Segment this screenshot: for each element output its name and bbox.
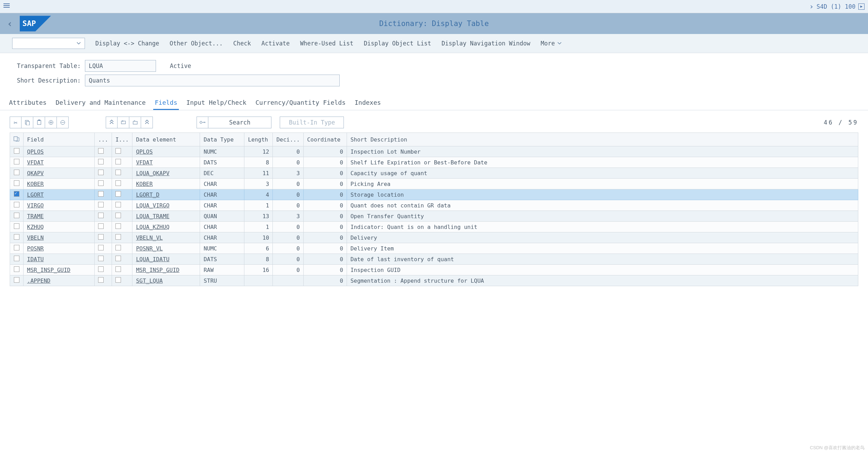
- field-link[interactable]: QKAPV: [27, 170, 44, 177]
- init-checkbox[interactable]: [115, 213, 121, 218]
- builtin-type-button[interactable]: Built-In Type: [280, 117, 344, 128]
- toolbar-activate[interactable]: Activate: [261, 40, 290, 47]
- row-checkbox[interactable]: [14, 256, 19, 261]
- col-selector-header[interactable]: [10, 133, 24, 146]
- toolbar-display-change[interactable]: Display <-> Change: [95, 40, 159, 47]
- table-row[interactable]: QKAPVLQUA_QKAPVDEC1130Capacity usage of …: [10, 168, 858, 179]
- tab-attributes[interactable]: Attributes: [8, 96, 48, 110]
- key-checkbox[interactable]: [98, 213, 104, 218]
- key-checkbox[interactable]: [98, 202, 104, 207]
- field-link[interactable]: QPLOS: [27, 148, 44, 155]
- key-checkbox[interactable]: [98, 159, 104, 164]
- col-coord-header[interactable]: Coordinate: [303, 133, 347, 146]
- tab-delivery-and-maintenance[interactable]: Delivery and Maintenance: [54, 96, 147, 110]
- table-row[interactable]: QPLOSQPLOSNUMC1200Inspection Lot Number: [10, 146, 858, 157]
- element-link[interactable]: MSR_INSP_GUID: [136, 267, 179, 273]
- tab-indexes[interactable]: Indexes: [353, 96, 382, 110]
- cut-icon[interactable]: ✂: [10, 117, 21, 128]
- init-checkbox[interactable]: [115, 266, 121, 272]
- copy-icon[interactable]: [21, 117, 33, 128]
- key-checkbox[interactable]: [98, 148, 104, 154]
- col-key-header[interactable]: ...: [95, 133, 112, 146]
- init-checkbox[interactable]: [115, 170, 121, 175]
- row-checkbox[interactable]: [14, 234, 19, 240]
- back-icon[interactable]: ‹: [7, 18, 13, 29]
- table-row[interactable]: KOBERKOBERCHAR300Picking Area: [10, 179, 858, 189]
- tab-currency-quantity-fields[interactable]: Currency/Quantity Fields: [254, 96, 347, 110]
- element-link[interactable]: LQUA_IDATU: [136, 256, 169, 263]
- field-link[interactable]: .APPEND: [27, 277, 50, 284]
- field-link[interactable]: POSNR: [27, 245, 44, 252]
- remove-icon[interactable]: [57, 117, 69, 128]
- row-checkbox[interactable]: [14, 213, 19, 218]
- element-link[interactable]: POSNR_VL: [136, 245, 163, 252]
- row-checkbox[interactable]: [14, 266, 19, 272]
- key-checkbox[interactable]: [98, 223, 104, 229]
- element-link[interactable]: VBELN_VL: [136, 234, 163, 241]
- element-link[interactable]: LQUA_KZHUQ: [136, 224, 169, 230]
- element-link[interactable]: LQUA_VIRGO: [136, 202, 169, 209]
- table-row[interactable]: VBELNVBELN_VLCHAR1000Delivery: [10, 232, 858, 243]
- col-length-header[interactable]: Length: [244, 133, 273, 146]
- nav-forward-icon[interactable]: ›: [809, 2, 814, 11]
- table-row[interactable]: MSR_INSP_GUIDMSR_INSP_GUIDRAW1600Inspect…: [10, 265, 858, 275]
- element-link[interactable]: KOBER: [136, 181, 153, 187]
- col-type-header[interactable]: Data Type: [200, 133, 244, 146]
- field-link[interactable]: KOBER: [27, 181, 44, 187]
- table-row[interactable]: IDATULQUA_IDATUDATS800Date of last inven…: [10, 254, 858, 265]
- row-checkbox[interactable]: [14, 191, 19, 197]
- field-link[interactable]: VFDAT: [27, 159, 44, 166]
- table-row[interactable]: TRAMELQUA_TRAMEQUAN1330Open Transfer Qua…: [10, 211, 858, 222]
- col-field-header[interactable]: Field: [24, 133, 95, 146]
- toolbar-more[interactable]: More: [541, 40, 562, 47]
- element-link[interactable]: QPLOS: [136, 148, 153, 155]
- field-link[interactable]: LGORT: [27, 191, 44, 198]
- table-row[interactable]: LGORTLGORT_DCHAR400Storage location: [10, 189, 858, 200]
- row-checkbox[interactable]: [14, 180, 19, 186]
- transaction-dropdown[interactable]: [12, 38, 85, 49]
- field-link[interactable]: IDATU: [27, 256, 44, 263]
- tab-fields[interactable]: Fields: [153, 96, 179, 110]
- row-checkbox[interactable]: [14, 277, 19, 283]
- row-checkbox[interactable]: [14, 202, 19, 207]
- col-element-header[interactable]: Data element: [132, 133, 200, 146]
- col-init-header[interactable]: I...: [112, 133, 132, 146]
- short-desc-input[interactable]: [85, 75, 340, 86]
- collapse-all-icon[interactable]: [141, 117, 153, 128]
- element-link[interactable]: LQUA_TRAME: [136, 213, 169, 220]
- toolbar-navigation-window[interactable]: Display Navigation Window: [442, 40, 530, 47]
- delete-row-icon[interactable]: [129, 117, 141, 128]
- init-checkbox[interactable]: [115, 245, 121, 250]
- row-checkbox[interactable]: [14, 223, 19, 229]
- table-name-input[interactable]: [85, 60, 156, 72]
- key-checkbox[interactable]: [98, 191, 104, 197]
- col-deci-header[interactable]: Deci...: [273, 133, 303, 146]
- key-checkbox[interactable]: [98, 170, 104, 175]
- key-checkbox[interactable]: [98, 256, 104, 261]
- init-checkbox[interactable]: [115, 234, 121, 240]
- play-next-icon[interactable]: ▶: [858, 3, 865, 10]
- field-link[interactable]: MSR_INSP_GUID: [27, 267, 70, 273]
- field-link[interactable]: VIRGO: [27, 202, 44, 209]
- key-checkbox[interactable]: [98, 234, 104, 240]
- col-desc-header[interactable]: Short Description: [347, 133, 858, 146]
- field-link[interactable]: VBELN: [27, 234, 44, 241]
- init-checkbox[interactable]: [115, 223, 121, 229]
- search-button[interactable]: Search: [208, 117, 271, 128]
- paste-icon[interactable]: [33, 117, 45, 128]
- menu-icon[interactable]: [3, 2, 12, 11]
- table-row[interactable]: VFDATVFDATDATS800Shelf Life Expiration o…: [10, 157, 858, 168]
- field-link[interactable]: KZHUQ: [27, 224, 44, 230]
- key-checkbox[interactable]: [98, 277, 104, 283]
- init-checkbox[interactable]: [115, 180, 121, 186]
- toolbar-other-object[interactable]: Other Object...: [170, 40, 223, 47]
- add-icon[interactable]: [45, 117, 57, 128]
- toolbar-where-used[interactable]: Where-Used List: [300, 40, 354, 47]
- element-link[interactable]: SGT_LQUA: [136, 277, 163, 284]
- init-checkbox[interactable]: [115, 159, 121, 164]
- key-checkbox[interactable]: [98, 180, 104, 186]
- toolbar-object-list[interactable]: Display Object List: [364, 40, 431, 47]
- init-checkbox[interactable]: [115, 148, 121, 154]
- row-checkbox[interactable]: [14, 245, 19, 250]
- init-checkbox[interactable]: [115, 202, 121, 207]
